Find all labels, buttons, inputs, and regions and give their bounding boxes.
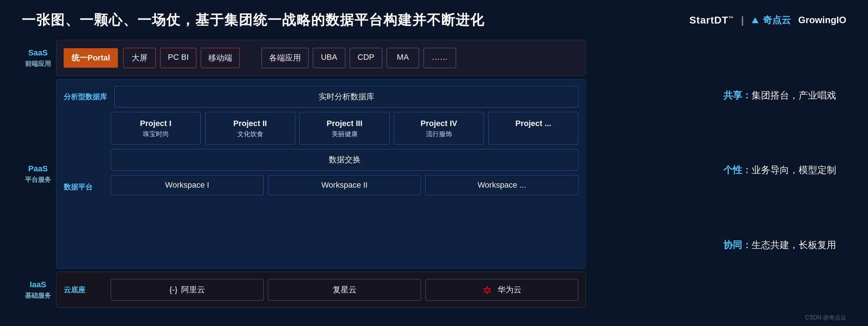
cloud-row: {-} 阿里云 复星云 [111, 279, 578, 301]
layers-container: 统一Portal 大屏 PC BI 移动端 各端应用 UBA CDP MA ……… [56, 40, 586, 308]
aliyun-icon: {-} [169, 285, 177, 294]
data-platform-content: Project I 珠宝时尚 Project II 文化饮食 Project I… [111, 112, 578, 262]
saas-item-more: …… [424, 48, 456, 68]
saas-item-pcbi: PC BI [160, 48, 196, 68]
workspace-box-2: Workspace II [268, 175, 421, 195]
svg-point-4 [486, 291, 488, 294]
svg-point-6 [483, 287, 486, 290]
analytics-db-label: 分析型数据库 [64, 92, 107, 102]
project-box-4: Project IV 流行服饰 [394, 112, 484, 145]
data-platform-label: 数据平台 [64, 112, 103, 262]
logos: StartDT™ | 奇点云 GrowingIO [689, 14, 846, 26]
svg-point-3 [488, 290, 491, 292]
saas-item-ma: MA [387, 48, 419, 68]
paas-layer: 分析型数据库 实时分析数据库 数据平台 Project I 珠宝时尚 Proje… [56, 79, 586, 269]
right-item-collab: 协同：生态共建，长板复用 [723, 238, 846, 253]
saas-item-allclient: 各端应用 [261, 48, 309, 68]
logo-startdt: StartDT™ [689, 14, 734, 26]
logo-divider: | [741, 14, 744, 26]
iaas-layer: 云底座 {-} 阿里云 复星云 [56, 272, 586, 308]
project-box-3: Project III 美丽健康 [299, 112, 390, 145]
logo-qidian: 奇点云 [751, 14, 791, 26]
analytics-db-box: 实时分析数据库 [114, 86, 578, 108]
saas-group2: 各端应用 UBA CDP MA …… [261, 48, 456, 68]
saas-item-mobile: 移动端 [201, 48, 240, 68]
cloud-aliyun: {-} 阿里云 [111, 279, 264, 301]
workspace-box-3: Workspace ... [425, 175, 578, 195]
portal-box: 统一Portal [64, 48, 118, 68]
saas-label: SaaS 前端应用 [22, 40, 54, 76]
saas-item-dasheng: 大屏 [123, 48, 156, 68]
projects-row: Project I 珠宝时尚 Project II 文化饮食 Project I… [111, 112, 578, 145]
saas-group1: 大屏 PC BI 移动端 [123, 48, 239, 68]
saas-layer: 统一Portal 大屏 PC BI 移动端 各端应用 UBA CDP MA …… [56, 40, 586, 76]
workspaces-row: Workspace I Workspace II Workspace ... [111, 175, 578, 195]
cloud-fuxing: 复星云 [268, 279, 421, 301]
right-item-personal: 个性：业务导向，模型定制 [723, 163, 846, 178]
main-diagram: SaaS 前端应用 PaaS 平台服务 IaaS 基础服务 统一Portal 大… [22, 40, 586, 308]
analytics-row: 分析型数据库 实时分析数据库 [64, 86, 578, 108]
project-box-1: Project I 珠宝时尚 [111, 112, 201, 145]
cloud-huawei: 华为云 [425, 279, 578, 301]
project-box-more: Project ... [488, 112, 578, 145]
svg-point-2 [488, 287, 491, 290]
svg-point-1 [486, 286, 488, 289]
cloud-base-label: 云底座 [64, 285, 103, 295]
right-item-share: 共享：集团搭台，产业唱戏 [723, 88, 846, 103]
svg-marker-0 [752, 17, 758, 23]
iaas-label: IaaS 基础服务 [22, 272, 54, 308]
exchange-row: 数据交换 [111, 149, 578, 171]
data-platform-row: 数据平台 Project I 珠宝时尚 Project II 文化饮食 [64, 112, 578, 262]
saas-item-cdp: CDP [350, 48, 382, 68]
footer: CSDN @奇点云 [805, 314, 846, 322]
page-title: 一张图、一颗心、一场仗，基于集团统一战略的数据平台构建并不断进化 [22, 11, 485, 29]
header: 一张图、一颗心、一场仗，基于集团统一战略的数据平台构建并不断进化 StartDT… [22, 11, 846, 29]
project-box-2: Project II 文化饮食 [205, 112, 295, 145]
qidian-icon [751, 17, 759, 25]
workspace-box-1: Workspace I [111, 175, 264, 195]
svg-point-5 [483, 290, 486, 292]
layer-labels: SaaS 前端应用 PaaS 平台服务 IaaS 基础服务 [22, 40, 54, 308]
right-panel: 共享：集团搭台，产业唱戏 个性：业务导向，模型定制 协同：生态共建，长板复用 [723, 58, 846, 283]
logo-growingio: GrowingIO [798, 14, 846, 26]
saas-item-uba: UBA [313, 48, 345, 68]
paas-label: PaaS 平台服务 [22, 76, 54, 272]
huawei-icon [482, 285, 494, 294]
